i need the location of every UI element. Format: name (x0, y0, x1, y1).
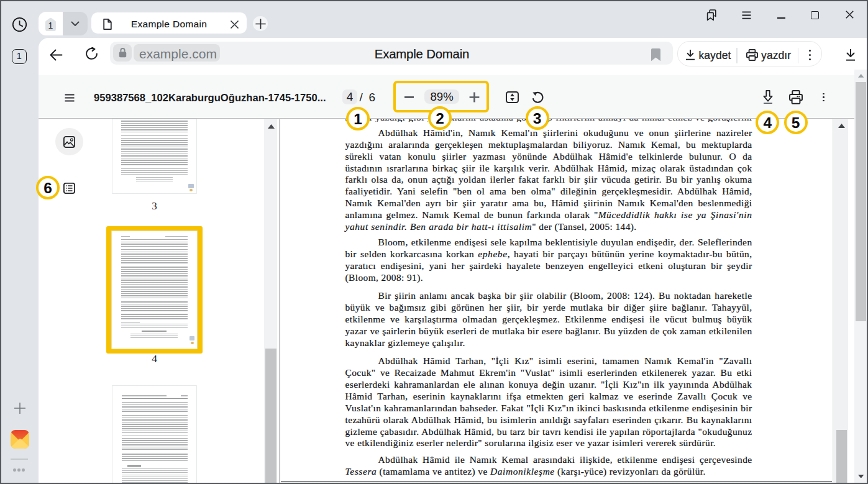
svg-text:1: 1 (48, 20, 53, 30)
